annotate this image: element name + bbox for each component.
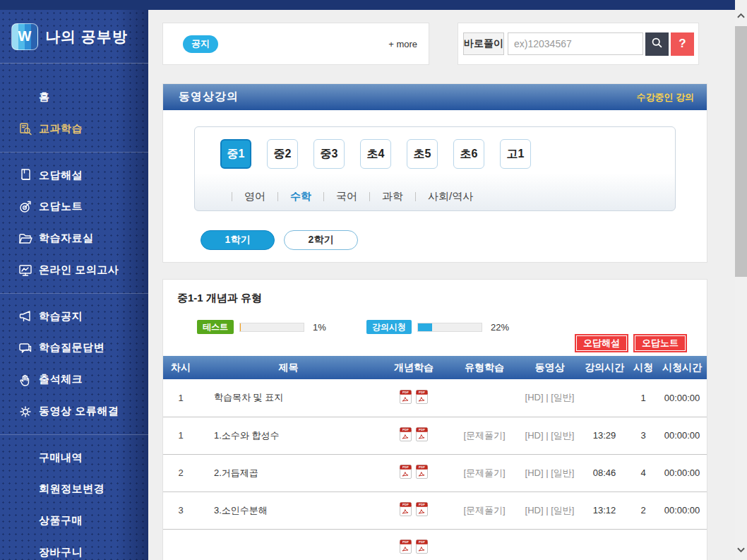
svg-text:PDF: PDF (419, 465, 425, 469)
pdf-icon[interactable]: PDF (416, 390, 428, 404)
progress-percent: 1% (313, 322, 334, 333)
grade-tab[interactable]: 초4 (360, 139, 391, 169)
video-quality-links[interactable]: [HD] | [일반] (525, 467, 575, 478)
grade-tab[interactable]: 중3 (313, 139, 345, 169)
logo[interactable]: W 나의 공부방 (0, 10, 148, 64)
pdf-icon[interactable]: PDF (400, 540, 412, 554)
pdf-icon[interactable]: PDF (400, 427, 412, 441)
progress-badge: 강의시청 (366, 320, 412, 334)
semester-tab[interactable]: 2학기 (284, 230, 358, 250)
grade-tab[interactable]: 중2 (267, 139, 298, 169)
logo-w-icon: W (11, 23, 38, 50)
progress-bar (417, 323, 482, 332)
subject-tab[interactable]: 수학 (265, 190, 311, 203)
problem-solve-link[interactable]: [문제풀기] (463, 505, 505, 516)
col-header: 시청시간 (657, 356, 707, 379)
top-navy-bar (0, 0, 735, 10)
sidebar-item-label: 출석체크 (39, 373, 83, 386)
sidebar-item-icon (18, 482, 32, 496)
subject-label: 수학 (290, 190, 311, 203)
problem-number-input[interactable] (508, 32, 643, 55)
lecture-duration: 08:46 (580, 454, 629, 492)
lesson-title[interactable]: 3.소인수분해 (198, 492, 378, 529)
svg-text:PDF: PDF (419, 428, 425, 431)
sidebar-item[interactable]: 오답노트 (0, 191, 148, 222)
col-header: 강의시간 (580, 356, 629, 379)
sidebar-item[interactable]: 학습공지 (0, 293, 148, 332)
sidebar-item-label: 오답해설 (39, 169, 83, 182)
subject-tab[interactable]: 영어 (220, 190, 265, 203)
subject-tab[interactable]: 사회/역사 (403, 190, 473, 203)
help-button[interactable]: ? (671, 32, 694, 56)
pdf-icon[interactable]: PDF (416, 427, 428, 441)
separator-bar (415, 192, 416, 201)
megaphone-icon (18, 309, 32, 323)
lesson-number: 1 (163, 379, 198, 417)
chat-icon (18, 341, 32, 355)
progress-group: 강의시청 22% (366, 320, 512, 334)
col-header: 차시 (163, 356, 198, 379)
notice-panel: 공지 + more (162, 23, 429, 65)
sidebar-item-icon (18, 514, 32, 528)
video-quality-links[interactable]: [HD] | [일반] (525, 392, 575, 403)
sidebar-item[interactable]: 상품구매 (0, 505, 148, 537)
grade-tab[interactable]: 초6 (453, 139, 484, 169)
sidebar-item[interactable]: 학습자료실 (0, 222, 148, 254)
wrong-answer-button[interactable]: 오답노트 (633, 334, 687, 352)
sidebar-item[interactable]: 회원정보변경 (0, 473, 148, 505)
pdf-icon[interactable]: PDF (416, 465, 428, 479)
view-count: 3 (629, 417, 657, 454)
lesson-title[interactable]: 1.소수와 합성수 (198, 417, 378, 454)
pdf-icon[interactable]: PDF (400, 465, 412, 479)
lesson-row: PDFPDF (163, 529, 707, 560)
subject-label: 사회/역사 (428, 190, 473, 203)
enrolled-lectures-link[interactable]: 수강중인 강의 (636, 91, 694, 104)
sidebar-item[interactable]: 구매내역 (0, 434, 148, 473)
scrollbar[interactable] (735, 0, 747, 560)
sidebar-item-label: 교과학습 (39, 122, 83, 136)
wrong-answer-button[interactable]: 오답해설 (575, 334, 628, 352)
lecture-duration: 13:29 (580, 417, 629, 454)
scroll-up-button[interactable] (735, 8, 747, 23)
lesson-title[interactable]: 2.거듭제곱 (198, 454, 378, 492)
subject-tab[interactable]: 과학 (357, 190, 403, 203)
lesson-number: 3 (163, 492, 198, 529)
sidebar-item[interactable]: 장바구니 (0, 537, 148, 560)
sidebar-item[interactable]: 교과학습 (0, 113, 148, 145)
pdf-icon[interactable]: PDF (400, 390, 412, 404)
video-lecture-panel: 동영상강의 수강중인 강의 중1중2중3초4초5초6고1 영어 수학 국어 (162, 83, 707, 263)
video-quality-links[interactable]: [HD] | [일반] (525, 505, 575, 516)
target-icon (18, 200, 32, 214)
grade-tab[interactable]: 고1 (500, 139, 531, 169)
subject-tab[interactable]: 국어 (311, 190, 357, 203)
sidebar-item[interactable]: 오답해설 (0, 152, 148, 191)
pdf-icon[interactable]: PDF (400, 502, 412, 516)
search-button[interactable] (645, 32, 669, 56)
grade-tab[interactable]: 중1 (220, 139, 251, 169)
sidebar-item-icon (18, 451, 32, 465)
sidebar-item-label: 학습공지 (39, 310, 83, 323)
problem-solve-link[interactable]: [문제풀기] (463, 467, 505, 478)
pdf-icon[interactable]: PDF (416, 540, 428, 554)
sidebar-item[interactable]: 홈 (0, 81, 148, 113)
lesson-title[interactable] (198, 529, 378, 560)
problem-solve-link[interactable]: [문제풀기] (463, 430, 505, 441)
pdf-icon[interactable]: PDF (416, 502, 428, 516)
lecture-duration (580, 379, 629, 417)
course-panel: 중1-1 개념과 유형 테스트 1% 강의시청 22% 오답해설오답노트 (162, 279, 707, 560)
sidebar-item[interactable]: 온라인 모의고사 (0, 254, 148, 286)
lesson-title[interactable]: 학습목차 및 표지 (198, 379, 378, 417)
sidebar-item-icon (18, 90, 32, 105)
more-link[interactable]: + more (388, 39, 417, 49)
sidebar-item[interactable]: 동영상 오류해결 (0, 395, 148, 427)
sidebar-item[interactable]: 출석체크 (0, 364, 148, 395)
sidebar-item[interactable]: 학습질문답변 (0, 332, 148, 364)
svg-text:PDF: PDF (402, 540, 409, 544)
scroll-down-button[interactable] (735, 543, 747, 557)
video-quality-links[interactable]: [HD] | [일반] (525, 430, 575, 441)
scrollbar-thumb[interactable] (735, 26, 747, 277)
view-count: 2 (629, 492, 657, 529)
grade-tab[interactable]: 초5 (407, 139, 438, 169)
notice-badge[interactable]: 공지 (183, 35, 218, 53)
semester-tab[interactable]: 1학기 (201, 230, 275, 250)
